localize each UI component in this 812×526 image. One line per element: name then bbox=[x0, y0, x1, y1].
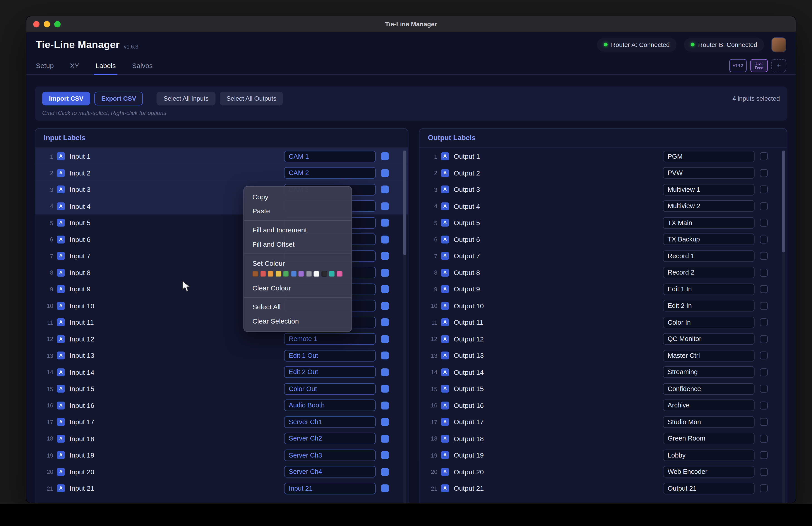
minimize-window-button[interactable] bbox=[44, 21, 50, 27]
table-row[interactable]: 6AOutput 6 bbox=[419, 231, 787, 247]
label-input[interactable] bbox=[284, 449, 376, 461]
row-checkbox[interactable] bbox=[381, 352, 389, 359]
row-checkbox[interactable] bbox=[381, 318, 389, 326]
input-scrollbar[interactable] bbox=[403, 150, 406, 503]
menu-item-copy[interactable]: Copy bbox=[244, 190, 351, 204]
row-checkbox[interactable] bbox=[381, 186, 389, 194]
color-swatch[interactable] bbox=[283, 271, 289, 277]
row-checkbox[interactable] bbox=[381, 202, 389, 210]
label-input[interactable] bbox=[284, 416, 376, 428]
table-row[interactable]: 18AOutput 18 bbox=[419, 430, 787, 447]
table-row[interactable]: 1AInput 1 bbox=[35, 148, 408, 165]
row-checkbox[interactable] bbox=[760, 484, 768, 493]
color-swatch[interactable] bbox=[314, 271, 319, 277]
label-input[interactable] bbox=[663, 433, 754, 444]
row-checkbox[interactable] bbox=[381, 451, 389, 459]
table-row[interactable]: 19AOutput 19 bbox=[419, 447, 787, 464]
row-checkbox[interactable] bbox=[381, 385, 389, 393]
row-checkbox[interactable] bbox=[381, 368, 389, 376]
table-row[interactable]: 18AInput 18 bbox=[35, 430, 408, 447]
menu-item-fill-and-increment[interactable]: Fill and Increment bbox=[244, 223, 351, 237]
table-row[interactable]: 11AOutput 11 bbox=[419, 314, 787, 330]
add-preset-button[interactable]: + bbox=[771, 59, 786, 72]
row-checkbox[interactable] bbox=[760, 435, 768, 443]
tab-xy[interactable]: XY bbox=[70, 57, 79, 74]
color-swatch[interactable] bbox=[329, 271, 335, 277]
zoom-window-button[interactable] bbox=[54, 21, 60, 27]
table-row[interactable]: 14AInput 14 bbox=[35, 364, 408, 381]
row-checkbox[interactable] bbox=[381, 468, 389, 476]
label-input[interactable] bbox=[663, 283, 754, 295]
label-input[interactable] bbox=[284, 333, 376, 345]
output-scrollbar[interactable] bbox=[782, 150, 785, 503]
label-input[interactable] bbox=[663, 466, 754, 478]
row-checkbox[interactable] bbox=[760, 418, 768, 426]
table-row[interactable]: 21AOutput 21 bbox=[419, 480, 787, 497]
label-input[interactable] bbox=[284, 466, 376, 478]
table-row[interactable]: 2AOutput 2 bbox=[419, 165, 787, 181]
row-checkbox[interactable] bbox=[760, 302, 768, 310]
label-input[interactable] bbox=[284, 151, 376, 162]
color-swatch[interactable] bbox=[291, 271, 296, 277]
row-checkbox[interactable] bbox=[381, 269, 389, 276]
table-row[interactable]: 1AOutput 1 bbox=[419, 148, 787, 165]
tab-salvos[interactable]: Salvos bbox=[132, 57, 153, 74]
table-row[interactable]: 14AOutput 14 bbox=[419, 364, 787, 381]
row-checkbox[interactable] bbox=[381, 418, 389, 426]
row-checkbox[interactable] bbox=[381, 484, 389, 493]
row-checkbox[interactable] bbox=[760, 202, 768, 210]
color-swatch[interactable] bbox=[252, 271, 258, 277]
table-row[interactable]: 17AInput 17 bbox=[35, 414, 408, 430]
table-row[interactable]: 13AInput 13 bbox=[35, 347, 408, 364]
label-input[interactable] bbox=[663, 200, 754, 212]
scrollbar-thumb[interactable] bbox=[782, 151, 785, 253]
label-input[interactable] bbox=[663, 250, 754, 262]
label-input[interactable] bbox=[284, 366, 376, 378]
row-checkbox[interactable] bbox=[381, 335, 389, 343]
table-row[interactable]: 15AOutput 15 bbox=[419, 381, 787, 397]
label-input[interactable] bbox=[663, 416, 754, 428]
label-input[interactable] bbox=[663, 167, 754, 179]
label-input[interactable] bbox=[663, 333, 754, 345]
table-row[interactable]: 9AOutput 9 bbox=[419, 281, 787, 297]
row-checkbox[interactable] bbox=[760, 352, 768, 359]
tab-labels[interactable]: Labels bbox=[96, 57, 116, 74]
row-checkbox[interactable] bbox=[381, 219, 389, 227]
row-checkbox[interactable] bbox=[760, 385, 768, 393]
row-checkbox[interactable] bbox=[381, 252, 389, 260]
label-input[interactable] bbox=[663, 184, 754, 196]
menu-item-clear-selection[interactable]: Clear Selection bbox=[244, 314, 351, 328]
row-checkbox[interactable] bbox=[760, 401, 768, 410]
table-row[interactable]: 5AOutput 5 bbox=[419, 214, 787, 231]
row-checkbox[interactable] bbox=[760, 152, 768, 160]
label-input[interactable] bbox=[284, 433, 376, 444]
table-row[interactable]: 21AInput 21 bbox=[35, 480, 408, 497]
label-input[interactable] bbox=[284, 383, 376, 395]
row-checkbox[interactable] bbox=[381, 235, 389, 243]
row-checkbox[interactable] bbox=[760, 468, 768, 476]
table-row[interactable]: 16AOutput 16 bbox=[419, 397, 787, 414]
row-checkbox[interactable] bbox=[381, 302, 389, 310]
row-checkbox[interactable] bbox=[760, 186, 768, 194]
scrollbar-thumb[interactable] bbox=[403, 151, 406, 255]
label-input[interactable] bbox=[663, 316, 754, 328]
color-swatch[interactable] bbox=[260, 271, 266, 277]
table-row[interactable]: 3AOutput 3 bbox=[419, 181, 787, 198]
menu-item-paste[interactable]: Paste bbox=[244, 204, 351, 218]
table-row[interactable]: 20AOutput 20 bbox=[419, 464, 787, 480]
close-window-button[interactable] bbox=[33, 21, 40, 27]
label-input[interactable] bbox=[663, 267, 754, 279]
row-checkbox[interactable] bbox=[381, 435, 389, 443]
table-row[interactable]: 20AInput 20 bbox=[35, 464, 408, 480]
label-input[interactable] bbox=[663, 483, 754, 494]
row-checkbox[interactable] bbox=[760, 285, 768, 293]
color-swatch[interactable] bbox=[275, 271, 281, 277]
label-input[interactable] bbox=[663, 366, 754, 378]
import-csv-button[interactable]: Import CSV bbox=[42, 91, 90, 105]
table-row[interactable]: 12AOutput 12 bbox=[419, 331, 787, 347]
label-input[interactable] bbox=[663, 151, 754, 162]
color-swatch[interactable] bbox=[321, 271, 327, 277]
label-input[interactable] bbox=[663, 233, 754, 245]
avatar[interactable] bbox=[771, 37, 786, 52]
table-row[interactable]: 13AOutput 13 bbox=[419, 347, 787, 364]
